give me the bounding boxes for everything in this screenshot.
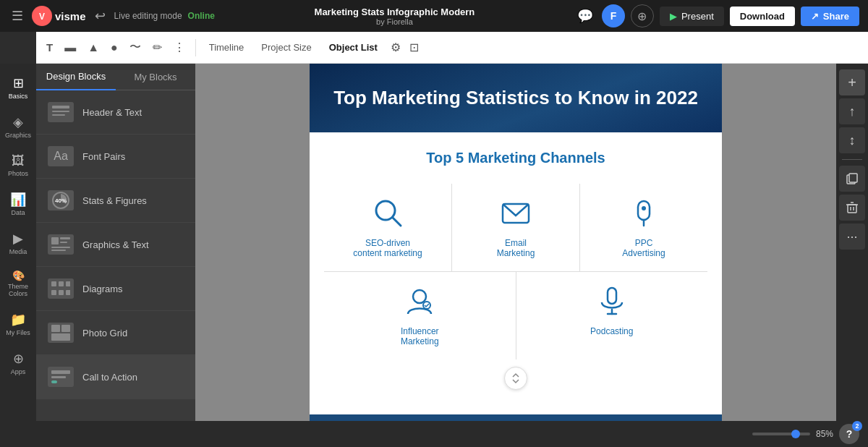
photo-grid-svg xyxy=(51,325,70,341)
object-list-tab[interactable]: Object List xyxy=(322,38,385,57)
present-label: Present xyxy=(681,11,714,22)
download-button[interactable]: Download xyxy=(730,7,795,26)
panel-item-cta[interactable]: Call to Action xyxy=(36,355,195,399)
graphics-icon: ◈ xyxy=(13,114,23,130)
channels-top-row: SEO-drivencontent marketing EmailMarketi… xyxy=(324,184,707,272)
svg-rect-18 xyxy=(51,325,60,332)
apps-icon: ⊕ xyxy=(13,351,24,367)
more-tools-button[interactable]: ⋮ xyxy=(169,38,190,57)
right-toolbar: + ↑ ↕ ··· xyxy=(836,64,868,421)
panel-item-diagrams[interactable]: Diagrams xyxy=(36,267,195,311)
files-icon: 📁 xyxy=(10,312,26,328)
panel-item-font-pairs[interactable]: Aa Font Pairs xyxy=(36,135,195,179)
project-subtitle: by Fiorella xyxy=(222,17,567,26)
sidebar-item-theme[interactable]: 🎨 Theme Colors xyxy=(1,264,35,303)
panel-item-stats[interactable]: 40% Stats & Figures xyxy=(36,179,195,223)
photos-icon: 🖼 xyxy=(12,153,25,169)
hamburger-button[interactable]: ☰ xyxy=(9,5,26,27)
panel-item-photo-grid[interactable]: Photo Grid xyxy=(36,311,195,355)
channel-influencer-name: InfluencerMarketing xyxy=(401,326,439,346)
svg-rect-16 xyxy=(59,290,64,295)
comment-button[interactable]: 💬 xyxy=(574,5,596,27)
bottom-bar: 85% ? 2 xyxy=(0,421,868,447)
svg-point-29 xyxy=(642,206,646,210)
settings-button[interactable]: ⚙ xyxy=(388,38,404,57)
zoom-slider[interactable] xyxy=(752,433,810,435)
top-bar-center: Marketing Stats Infographic Modern by Fi… xyxy=(222,7,567,26)
stats-icon: 40% xyxy=(48,190,74,210)
svg-rect-36 xyxy=(849,174,857,182)
share-icon: ↗ xyxy=(811,11,819,22)
scroll-arrows-icon xyxy=(510,372,522,384)
svg-rect-19 xyxy=(61,325,70,332)
resize-button[interactable]: ↕ xyxy=(839,127,865,153)
timeline-tab[interactable]: Timeline xyxy=(202,38,252,57)
add-people-button[interactable]: ⊕ xyxy=(631,4,654,27)
svg-rect-20 xyxy=(51,333,70,341)
pen-tool-button[interactable]: ✏ xyxy=(148,38,166,57)
svg-text:40%: 40% xyxy=(55,197,67,204)
svg-rect-2 xyxy=(52,106,69,108)
channel-podcasting-name: Podcasting xyxy=(590,326,633,336)
curve-tool-button[interactable]: 〜 xyxy=(125,37,145,58)
channel-influencer: InfluencerMarketing xyxy=(324,272,516,359)
help-button[interactable]: ? 2 xyxy=(839,424,859,444)
share-label: Share xyxy=(823,11,849,22)
sidebar-item-files[interactable]: 📁 My Files xyxy=(1,306,35,342)
project-size-tab[interactable]: Project Size xyxy=(254,38,318,57)
infographic-header: Top Marketing Statistics to Know in 2022 xyxy=(310,64,722,132)
toolbar-divider xyxy=(195,39,196,56)
zoom-slider-container: 85% xyxy=(752,429,833,439)
svg-rect-32 xyxy=(608,288,616,304)
theme-label: Theme Colors xyxy=(4,283,32,297)
channels-bottom-row: InfluencerMarketing Podcasting xyxy=(324,272,707,359)
avatar-button[interactable]: F xyxy=(602,4,625,27)
triangle-tool-button[interactable]: ▲ xyxy=(83,38,103,57)
seo-icon xyxy=(372,197,404,231)
delete-button[interactable] xyxy=(839,195,865,221)
secondary-toolbar: T ▬ ▲ ● 〜 ✏ ⋮ Timeline Project Size Obje… xyxy=(36,32,868,64)
sidebar-item-apps[interactable]: ⊕ Apps xyxy=(1,345,35,381)
rect-tool-button[interactable]: ▬ xyxy=(60,38,80,57)
panel-item-photo-grid-label: Photo Grid xyxy=(82,328,127,339)
svg-rect-10 xyxy=(51,247,70,248)
sidebar-item-data[interactable]: 📊 Data xyxy=(1,186,35,222)
svg-point-30 xyxy=(413,290,426,303)
diagrams-icon xyxy=(48,278,74,299)
sidebar-item-basics[interactable]: ⊞ Basics xyxy=(1,69,35,106)
play-icon: ▶ xyxy=(670,11,677,22)
channel-email: EmailMarketing xyxy=(451,184,579,271)
svg-rect-22 xyxy=(51,376,66,378)
panel-item-font-pairs-label: Font Pairs xyxy=(82,151,125,162)
present-button[interactable]: ▶ Present xyxy=(660,7,724,26)
trash-icon xyxy=(846,201,859,214)
sidebar-item-media[interactable]: ▶ Media xyxy=(1,225,35,261)
share-button[interactable]: ↗ Share xyxy=(801,7,859,26)
svg-rect-23 xyxy=(51,380,57,383)
header-text-icon xyxy=(48,102,74,122)
add-element-button[interactable]: + xyxy=(839,69,865,95)
design-blocks-tab[interactable]: Design Blocks xyxy=(36,64,116,90)
header-text-svg xyxy=(52,106,69,119)
podcasting-icon xyxy=(596,285,628,319)
live-editing-label: Live editing mode xyxy=(114,11,182,21)
sidebar-item-photos[interactable]: 🖼 Photos xyxy=(1,148,35,183)
text-tool-button[interactable]: T xyxy=(42,38,57,56)
scroll-indicator[interactable] xyxy=(504,367,527,390)
move-up-button[interactable]: ↑ xyxy=(839,98,865,124)
fullscreen-button[interactable]: ⊡ xyxy=(407,38,422,57)
duplicate-button[interactable] xyxy=(839,166,865,192)
top-bar-right: 💬 F ⊕ ▶ Present Download ↗ Share xyxy=(574,4,859,27)
media-label: Media xyxy=(9,248,27,255)
undo-button[interactable]: ↩ xyxy=(92,5,109,27)
sidebar-item-graphics[interactable]: ◈ Graphics xyxy=(1,108,35,145)
canvas-area: Top Marketing Statistics to Know in 2022… xyxy=(195,64,836,421)
more-options-button[interactable]: ··· xyxy=(839,224,865,250)
panel-item-header-text[interactable]: Header & Text xyxy=(36,90,195,135)
svg-rect-21 xyxy=(51,370,70,374)
panel-item-graphics-text[interactable]: Graphics & Text xyxy=(36,223,195,267)
canvas-wrapper: Top Marketing Statistics to Know in 2022… xyxy=(310,64,722,421)
my-blocks-tab[interactable]: My Blocks xyxy=(116,64,195,90)
svg-line-25 xyxy=(393,218,401,226)
circle-tool-button[interactable]: ● xyxy=(106,38,122,57)
